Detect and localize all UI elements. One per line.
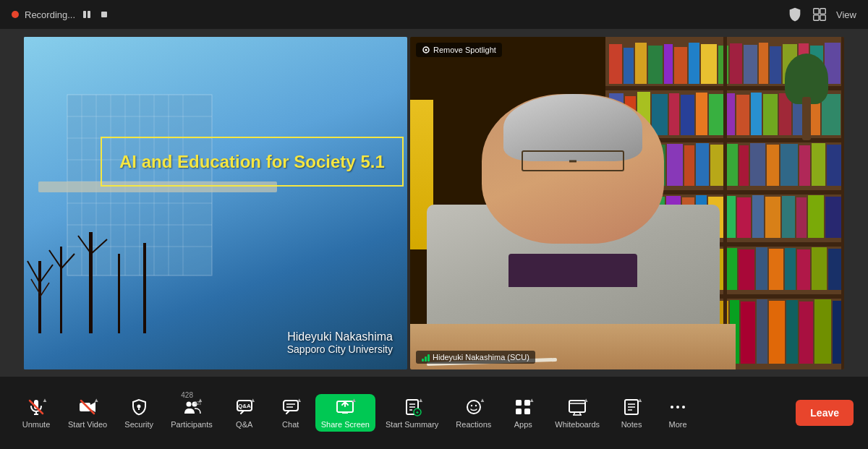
security-label: Security [124,420,153,429]
svg-rect-142 [841,37,844,369]
svg-point-151 [137,405,141,409]
svg-rect-139 [814,299,831,364]
svg-rect-3 [814,9,819,14]
svg-rect-1 [88,11,90,18]
reactions-chevron[interactable]: ▲ [480,397,485,403]
whiteboards-label: Whiteboards [555,420,600,429]
svg-rect-119 [756,247,767,290]
qa-button[interactable]: Q&A ▲ Q&A [223,391,266,435]
svg-rect-105 [782,196,795,238]
glasses-nose-bridge [569,160,577,162]
recording-indicator [12,11,19,18]
more-button[interactable]: More [656,391,699,435]
svg-point-172 [475,405,477,406]
svg-rect-91 [812,143,825,186]
view-icon[interactable] [812,7,827,22]
view-label[interactable]: View [836,9,856,20]
svg-rect-88 [767,145,779,186]
start-summary-label: Start Summary [386,420,438,429]
svg-rect-137 [786,300,798,364]
notes-chevron[interactable]: ▲ [637,397,643,403]
tree-trunk [802,97,811,140]
participant-video-name: Hideyuki Nakashima (SCU) [433,353,529,362]
qa-chevron[interactable]: ▲ [250,397,256,403]
person-head [482,94,664,244]
start-video-button[interactable]: ▲ Start Video [61,391,114,435]
svg-rect-176 [524,409,530,414]
unmute-label: Unmute [22,420,51,429]
video-person [410,70,736,369]
slide-background: AI and Education for Society 5.1 Hideyuk… [24,37,407,369]
svg-rect-122 [797,249,810,290]
unmute-chevron[interactable]: ▲ [42,397,48,403]
start-summary-button[interactable]: ✦ ▲ Start Summary [378,391,446,435]
start-video-chevron[interactable]: ▲ [93,397,99,403]
start-summary-icon: ✦ ▲ [402,397,422,417]
unmute-button[interactable]: ▲ Unmute [14,391,58,435]
svg-rect-90 [799,145,810,186]
share-screen-chevron[interactable]: ▲ [351,397,357,403]
whiteboards-button[interactable]: ▲ Whiteboards [548,391,607,435]
glasses-frame [522,150,624,171]
slide-author-org: Sapporo City University [287,343,393,355]
svg-rect-86 [739,145,749,186]
slide-title: AI and Education for Society 5.1 [119,150,385,174]
svg-line-31 [40,265,53,283]
slide-author-name: Hideyuki Nakashima [287,330,393,343]
notes-button[interactable]: ▲ Notes [610,391,653,435]
reactions-button[interactable]: ▲ Reactions [448,391,498,435]
svg-point-153 [186,402,191,407]
svg-rect-72 [763,94,778,135]
video-background: Remove Spotlight Hideyuki Nakashima (SCU… [410,37,844,369]
start-video-label: Start Video [68,420,107,429]
svg-rect-89 [780,144,798,186]
apps-chevron[interactable]: ▲ [529,397,535,403]
svg-rect-138 [799,302,813,364]
leave-button[interactable]: Leave [796,400,854,426]
svg-rect-121 [785,248,796,290]
signal-bar-3 [427,354,430,362]
svg-rect-140 [833,301,843,364]
chat-icon: ▲ [281,397,301,417]
security-button[interactable]: Security [117,391,161,435]
apps-button[interactable]: ▲ Apps [501,391,545,435]
share-screen-wrapper: ▲ Share Screen [315,394,375,432]
whiteboards-icon: ▲ [567,397,587,417]
svg-rect-124 [828,249,841,290]
svg-rect-54 [744,45,757,84]
share-screen-button[interactable]: ▲ Share Screen [315,394,375,432]
reactions-icon: ▲ [464,397,484,417]
svg-text:✦: ✦ [415,410,420,415]
share-screen-icon: ▲ [335,397,355,417]
remove-spotlight-button[interactable]: Remove Spotlight [416,43,502,57]
svg-rect-92 [827,145,841,186]
svg-rect-135 [757,299,767,364]
start-summary-chevron[interactable]: ▲ [418,397,424,403]
svg-point-188 [682,406,685,409]
turtleneck [509,254,637,287]
svg-rect-26 [60,247,62,333]
svg-rect-108 [825,197,841,238]
unmute-icon: ▲ [26,397,46,417]
chat-button[interactable]: ▲ Chat [269,391,312,435]
slide-title-box: AI and Education for Society 5.1 [101,137,404,187]
participants-chevron[interactable]: ▲ [197,397,203,403]
room-tree [778,54,835,140]
apps-label: Apps [514,420,532,429]
recording-label: Recording... [25,9,75,20]
participants-button[interactable]: 428 ▲ 428 Participants [163,391,219,435]
whiteboards-chevron[interactable]: ▲ [583,397,589,403]
svg-rect-4 [820,9,825,14]
chat-label: Chat [282,420,299,429]
svg-point-171 [471,405,472,406]
share-screen-label: Share Screen [321,420,370,429]
toolbar-items: ▲ Unmute ▲ Start Video [14,391,796,435]
svg-rect-103 [752,195,764,238]
video-name-badge: Hideyuki Nakashima (SCU) [416,351,535,364]
pause-recording-button[interactable] [81,9,93,20]
stop-recording-button[interactable] [98,9,110,20]
chat-chevron[interactable]: ▲ [297,397,302,403]
toolbar: ▲ Unmute ▲ Start Video [0,377,868,449]
participant-count: 428 [181,391,193,399]
svg-point-187 [676,406,679,409]
